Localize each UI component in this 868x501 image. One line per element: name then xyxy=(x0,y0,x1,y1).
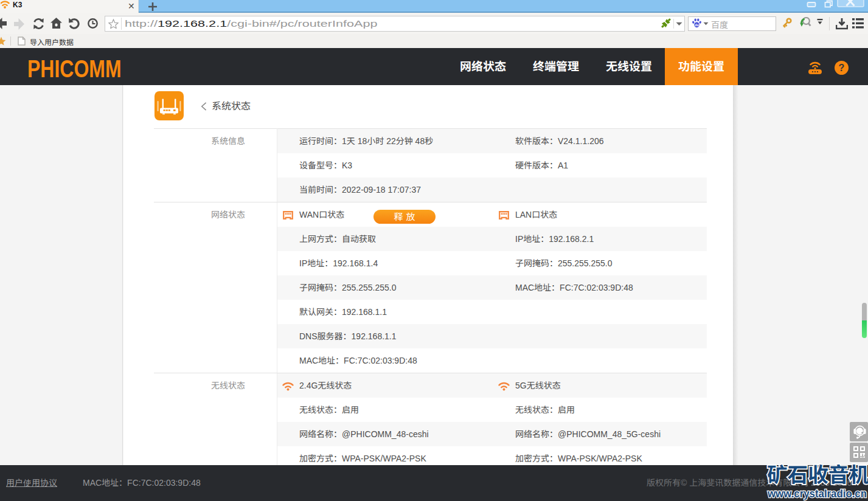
svg-text:www.crystalradio.cn: www.crystalradio.cn xyxy=(767,487,867,500)
svg-text:矿石收音机: 矿石收音机 xyxy=(767,458,868,488)
svg-text:du: du xyxy=(695,23,699,27)
